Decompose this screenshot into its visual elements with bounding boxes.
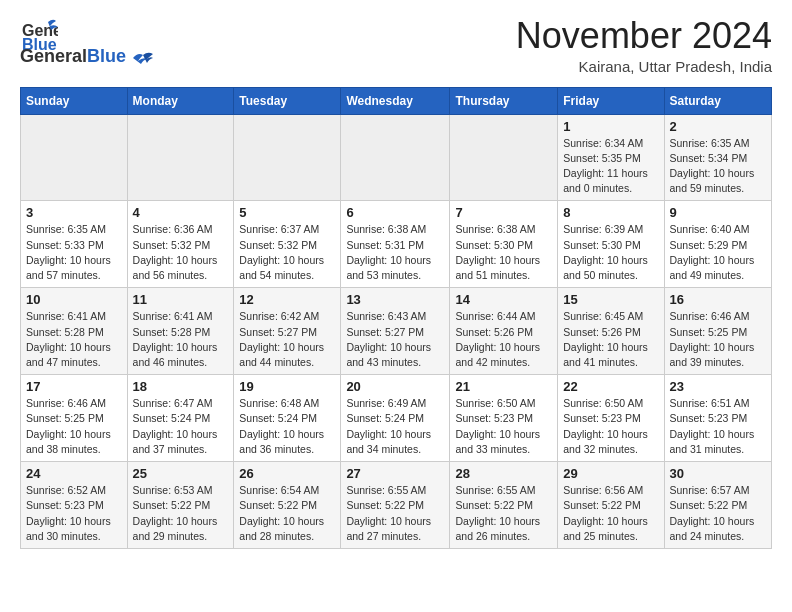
- cell-info: Sunrise: 6:50 AMSunset: 5:23 PMDaylight:…: [455, 396, 552, 457]
- calendar-cell: [450, 114, 558, 201]
- day-number: 9: [670, 205, 767, 220]
- calendar-header: Sunday Monday Tuesday Wednesday Thursday…: [21, 87, 772, 114]
- calendar-cell: 6Sunrise: 6:38 AMSunset: 5:31 PMDaylight…: [341, 201, 450, 288]
- day-number: 28: [455, 466, 552, 481]
- location: Kairana, Uttar Pradesh, India: [516, 58, 772, 75]
- calendar-cell: [21, 114, 128, 201]
- calendar-cell: [341, 114, 450, 201]
- month-title: November 2024: [516, 16, 772, 56]
- calendar-cell: 30Sunrise: 6:57 AMSunset: 5:22 PMDayligh…: [664, 462, 772, 549]
- col-wednesday: Wednesday: [341, 87, 450, 114]
- calendar-cell: 15Sunrise: 6:45 AMSunset: 5:26 PMDayligh…: [558, 288, 664, 375]
- day-number: 3: [26, 205, 122, 220]
- day-number: 20: [346, 379, 444, 394]
- col-thursday: Thursday: [450, 87, 558, 114]
- day-number: 30: [670, 466, 767, 481]
- day-number: 17: [26, 379, 122, 394]
- cell-info: Sunrise: 6:48 AMSunset: 5:24 PMDaylight:…: [239, 396, 335, 457]
- logo-general: General: [20, 46, 87, 66]
- calendar-cell: 3Sunrise: 6:35 AMSunset: 5:33 PMDaylight…: [21, 201, 128, 288]
- cell-info: Sunrise: 6:41 AMSunset: 5:28 PMDaylight:…: [26, 309, 122, 370]
- col-saturday: Saturday: [664, 87, 772, 114]
- calendar-cell: [127, 114, 234, 201]
- calendar-cell: 19Sunrise: 6:48 AMSunset: 5:24 PMDayligh…: [234, 375, 341, 462]
- calendar-cell: 14Sunrise: 6:44 AMSunset: 5:26 PMDayligh…: [450, 288, 558, 375]
- cell-info: Sunrise: 6:42 AMSunset: 5:27 PMDaylight:…: [239, 309, 335, 370]
- day-number: 2: [670, 119, 767, 134]
- calendar-cell: 13Sunrise: 6:43 AMSunset: 5:27 PMDayligh…: [341, 288, 450, 375]
- cell-info: Sunrise: 6:55 AMSunset: 5:22 PMDaylight:…: [455, 483, 552, 544]
- calendar-cell: 17Sunrise: 6:46 AMSunset: 5:25 PMDayligh…: [21, 375, 128, 462]
- day-number: 21: [455, 379, 552, 394]
- calendar-week-1: 1Sunrise: 6:34 AMSunset: 5:35 PMDaylight…: [21, 114, 772, 201]
- calendar-cell: 9Sunrise: 6:40 AMSunset: 5:29 PMDaylight…: [664, 201, 772, 288]
- day-number: 25: [133, 466, 229, 481]
- cell-info: Sunrise: 6:37 AMSunset: 5:32 PMDaylight:…: [239, 222, 335, 283]
- calendar-cell: 21Sunrise: 6:50 AMSunset: 5:23 PMDayligh…: [450, 375, 558, 462]
- header: General Blue GeneralBlue November 2024 K…: [20, 16, 772, 75]
- cell-info: Sunrise: 6:44 AMSunset: 5:26 PMDaylight:…: [455, 309, 552, 370]
- day-number: 4: [133, 205, 229, 220]
- day-number: 19: [239, 379, 335, 394]
- day-number: 15: [563, 292, 658, 307]
- calendar-cell: 5Sunrise: 6:37 AMSunset: 5:32 PMDaylight…: [234, 201, 341, 288]
- calendar-cell: 12Sunrise: 6:42 AMSunset: 5:27 PMDayligh…: [234, 288, 341, 375]
- col-friday: Friday: [558, 87, 664, 114]
- calendar-cell: 20Sunrise: 6:49 AMSunset: 5:24 PMDayligh…: [341, 375, 450, 462]
- day-number: 7: [455, 205, 552, 220]
- cell-info: Sunrise: 6:52 AMSunset: 5:23 PMDaylight:…: [26, 483, 122, 544]
- cell-info: Sunrise: 6:54 AMSunset: 5:22 PMDaylight:…: [239, 483, 335, 544]
- calendar-cell: 4Sunrise: 6:36 AMSunset: 5:32 PMDaylight…: [127, 201, 234, 288]
- title-block: November 2024 Kairana, Uttar Pradesh, In…: [516, 16, 772, 75]
- col-monday: Monday: [127, 87, 234, 114]
- col-sunday: Sunday: [21, 87, 128, 114]
- cell-info: Sunrise: 6:51 AMSunset: 5:23 PMDaylight:…: [670, 396, 767, 457]
- cell-info: Sunrise: 6:55 AMSunset: 5:22 PMDaylight:…: [346, 483, 444, 544]
- cell-info: Sunrise: 6:47 AMSunset: 5:24 PMDaylight:…: [133, 396, 229, 457]
- day-number: 18: [133, 379, 229, 394]
- calendar-cell: 26Sunrise: 6:54 AMSunset: 5:22 PMDayligh…: [234, 462, 341, 549]
- cell-info: Sunrise: 6:53 AMSunset: 5:22 PMDaylight:…: [133, 483, 229, 544]
- cell-info: Sunrise: 6:50 AMSunset: 5:23 PMDaylight:…: [563, 396, 658, 457]
- calendar-cell: 11Sunrise: 6:41 AMSunset: 5:28 PMDayligh…: [127, 288, 234, 375]
- cell-info: Sunrise: 6:39 AMSunset: 5:30 PMDaylight:…: [563, 222, 658, 283]
- cell-info: Sunrise: 6:35 AMSunset: 5:34 PMDaylight:…: [670, 136, 767, 197]
- page: General Blue GeneralBlue November 2024 K…: [0, 0, 792, 565]
- calendar-cell: 18Sunrise: 6:47 AMSunset: 5:24 PMDayligh…: [127, 375, 234, 462]
- cell-info: Sunrise: 6:43 AMSunset: 5:27 PMDaylight:…: [346, 309, 444, 370]
- day-number: 24: [26, 466, 122, 481]
- cell-info: Sunrise: 6:41 AMSunset: 5:28 PMDaylight:…: [133, 309, 229, 370]
- calendar-cell: 8Sunrise: 6:39 AMSunset: 5:30 PMDaylight…: [558, 201, 664, 288]
- header-row: Sunday Monday Tuesday Wednesday Thursday…: [21, 87, 772, 114]
- day-number: 22: [563, 379, 658, 394]
- calendar-week-3: 10Sunrise: 6:41 AMSunset: 5:28 PMDayligh…: [21, 288, 772, 375]
- calendar-cell: 27Sunrise: 6:55 AMSunset: 5:22 PMDayligh…: [341, 462, 450, 549]
- col-tuesday: Tuesday: [234, 87, 341, 114]
- calendar-week-2: 3Sunrise: 6:35 AMSunset: 5:33 PMDaylight…: [21, 201, 772, 288]
- cell-info: Sunrise: 6:38 AMSunset: 5:30 PMDaylight:…: [455, 222, 552, 283]
- day-number: 26: [239, 466, 335, 481]
- cell-info: Sunrise: 6:57 AMSunset: 5:22 PMDaylight:…: [670, 483, 767, 544]
- logo-bird-icon: [133, 51, 155, 65]
- cell-info: Sunrise: 6:40 AMSunset: 5:29 PMDaylight:…: [670, 222, 767, 283]
- calendar-cell: 22Sunrise: 6:50 AMSunset: 5:23 PMDayligh…: [558, 375, 664, 462]
- calendar-body: 1Sunrise: 6:34 AMSunset: 5:35 PMDaylight…: [21, 114, 772, 548]
- cell-info: Sunrise: 6:34 AMSunset: 5:35 PMDaylight:…: [563, 136, 658, 197]
- day-number: 10: [26, 292, 122, 307]
- day-number: 27: [346, 466, 444, 481]
- calendar-cell: 24Sunrise: 6:52 AMSunset: 5:23 PMDayligh…: [21, 462, 128, 549]
- calendar-cell: 28Sunrise: 6:55 AMSunset: 5:22 PMDayligh…: [450, 462, 558, 549]
- logo-blue: Blue: [87, 46, 126, 66]
- cell-info: Sunrise: 6:46 AMSunset: 5:25 PMDaylight:…: [670, 309, 767, 370]
- day-number: 16: [670, 292, 767, 307]
- calendar-cell: 2Sunrise: 6:35 AMSunset: 5:34 PMDaylight…: [664, 114, 772, 201]
- calendar-week-5: 24Sunrise: 6:52 AMSunset: 5:23 PMDayligh…: [21, 462, 772, 549]
- day-number: 12: [239, 292, 335, 307]
- cell-info: Sunrise: 6:38 AMSunset: 5:31 PMDaylight:…: [346, 222, 444, 283]
- day-number: 11: [133, 292, 229, 307]
- calendar-cell: 23Sunrise: 6:51 AMSunset: 5:23 PMDayligh…: [664, 375, 772, 462]
- calendar-cell: 29Sunrise: 6:56 AMSunset: 5:22 PMDayligh…: [558, 462, 664, 549]
- day-number: 8: [563, 205, 658, 220]
- calendar-week-4: 17Sunrise: 6:46 AMSunset: 5:25 PMDayligh…: [21, 375, 772, 462]
- cell-info: Sunrise: 6:49 AMSunset: 5:24 PMDaylight:…: [346, 396, 444, 457]
